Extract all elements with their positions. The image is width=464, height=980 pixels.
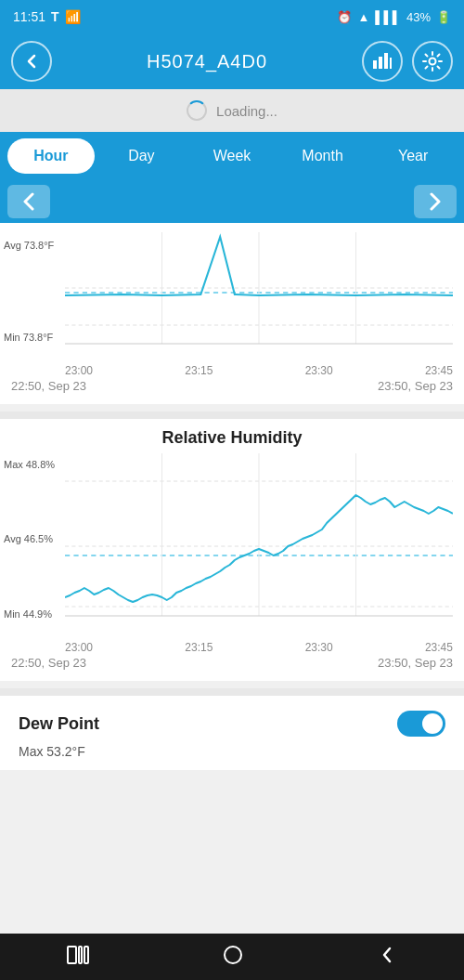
- network-icon: 📶: [65, 9, 81, 24]
- dewpoint-title: Dew Point: [19, 714, 99, 734]
- dewpoint-max-label: Max 53.2°F: [0, 744, 464, 759]
- arrows-bar: [0, 180, 464, 223]
- temp-x-label-3: 23:45: [425, 364, 453, 377]
- humidity-time-start: 22:50, Sep 23: [11, 656, 86, 670]
- nav-recent-apps[interactable]: [48, 938, 108, 976]
- device-title: H5074_A4D0: [147, 51, 267, 72]
- temp-chart-section: Avg 73.8°F Min 73.8°F 23:00 23:15 23:30 …: [0, 223, 464, 404]
- temp-time-end: 23:50, Sep 23: [378, 379, 453, 393]
- svg-rect-0: [373, 60, 377, 69]
- svg-rect-3: [390, 58, 392, 69]
- loading-spinner: [187, 100, 207, 121]
- humidity-chart-svg: [65, 453, 453, 639]
- temp-x-labels: 23:00 23:15 23:30 23:45: [0, 362, 464, 377]
- back-button[interactable]: [11, 41, 52, 82]
- svg-point-4: [430, 59, 436, 65]
- tab-day[interactable]: Day: [98, 138, 186, 174]
- svg-rect-1: [379, 57, 382, 69]
- svg-point-23: [225, 947, 241, 963]
- temp-x-label-1: 23:15: [185, 364, 213, 377]
- humidity-min-label: Min 44.9%: [4, 608, 59, 621]
- dewpoint-header: Dew Point: [0, 711, 464, 737]
- humidity-time-range: 22:50, Sep 23 23:50, Sep 23: [0, 654, 464, 677]
- status-bar-right: ⏰ ▲ ▌▌▌ 43% 🔋: [337, 10, 451, 24]
- temp-avg-label: Avg 73.8°F: [4, 240, 59, 252]
- tabs-bar: Hour Day Week Month Year: [0, 132, 464, 180]
- toggle-knob: [422, 713, 443, 734]
- next-button[interactable]: [414, 185, 457, 218]
- nav-bar: H5074_A4D0: [0, 33, 464, 89]
- svg-rect-21: [79, 947, 82, 963]
- temp-min-label: Min 73.8°F: [4, 332, 59, 344]
- t-icon: T: [51, 9, 59, 24]
- dewpoint-toggle[interactable]: [397, 711, 445, 737]
- tab-hour[interactable]: Hour: [7, 138, 95, 174]
- humidity-title: Relative Humidity: [0, 428, 464, 448]
- temp-time-range: 22:50, Sep 23 23:50, Sep 23: [0, 377, 464, 400]
- svg-rect-2: [384, 53, 388, 69]
- divider-1: [0, 412, 464, 419]
- tab-month[interactable]: Month: [279, 138, 367, 174]
- battery-level: 43%: [406, 10, 431, 24]
- humidity-time-end: 23:50, Sep 23: [378, 656, 453, 670]
- loading-bar: Loading...: [0, 89, 464, 132]
- humidity-avg-label: Avg 46.5%: [4, 533, 59, 545]
- temp-time-start: 22:50, Sep 23: [11, 379, 86, 393]
- humidity-section: Relative Humidity Max 48.8% Avg 46.5% Mi…: [0, 419, 464, 681]
- signal-icon: ▌▌▌: [375, 10, 401, 24]
- humidity-max-label: Max 48.8%: [4, 459, 59, 471]
- loading-text: Loading...: [216, 103, 277, 119]
- status-time: 11:51: [13, 9, 45, 24]
- status-bar-left: 11:51 T 📶: [13, 9, 81, 24]
- nav-home[interactable]: [204, 937, 262, 977]
- humidity-x-labels: 23:00 23:15 23:30 23:45: [0, 639, 464, 654]
- tab-week[interactable]: Week: [188, 138, 276, 174]
- status-bar: 11:51 T 📶 ⏰ ▲ ▌▌▌ 43% 🔋: [0, 0, 464, 33]
- nav-back[interactable]: [358, 937, 416, 977]
- nav-icons: [362, 41, 453, 82]
- humidity-x-label-1: 23:15: [185, 641, 213, 654]
- temp-x-label-2: 23:30: [305, 364, 333, 377]
- battery-icon: 🔋: [436, 10, 451, 24]
- dewpoint-section: Dew Point Max 53.2°F: [0, 696, 464, 770]
- wifi-icon: ▲: [357, 10, 369, 24]
- chart-button[interactable]: [362, 41, 403, 82]
- prev-button[interactable]: [7, 185, 50, 218]
- svg-rect-22: [84, 947, 88, 963]
- divider-2: [0, 688, 464, 696]
- settings-button[interactable]: [412, 41, 453, 82]
- svg-rect-20: [68, 947, 76, 963]
- temp-x-label-0: 23:00: [65, 364, 93, 377]
- temp-chart-svg: [65, 232, 453, 362]
- tab-year[interactable]: Year: [369, 138, 457, 174]
- humidity-x-label-0: 23:00: [65, 641, 93, 654]
- bottom-nav: [0, 934, 464, 980]
- humidity-x-label-2: 23:30: [305, 641, 333, 654]
- alarm-icon: ⏰: [337, 10, 352, 24]
- humidity-x-label-3: 23:45: [425, 641, 453, 654]
